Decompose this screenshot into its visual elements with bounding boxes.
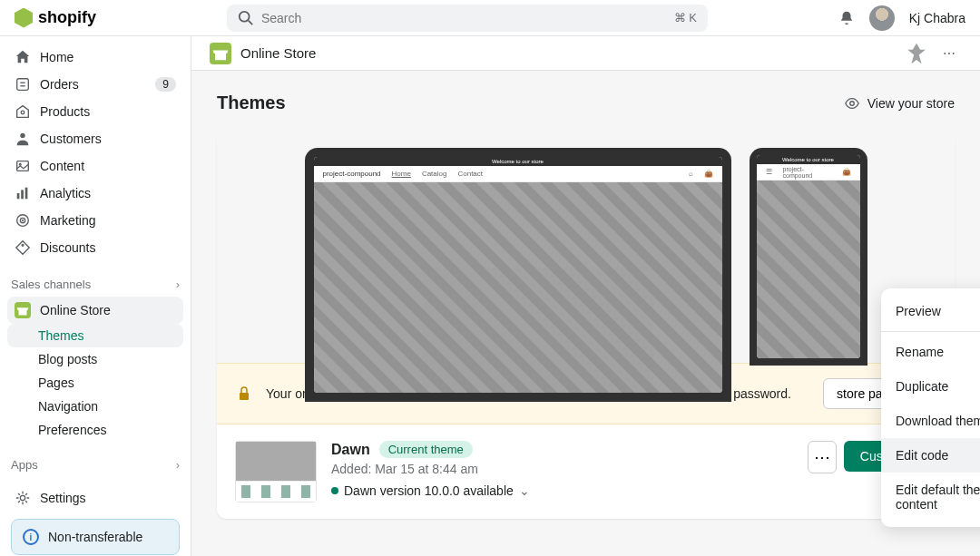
eye-icon bbox=[844, 95, 860, 112]
svg-rect-18 bbox=[240, 393, 249, 400]
preview-nav-catalog: Catalog bbox=[422, 170, 447, 178]
nav-orders[interactable]: Orders 9 bbox=[7, 71, 183, 98]
svg-rect-9 bbox=[17, 193, 20, 199]
info-icon: i bbox=[23, 529, 39, 545]
chevron-down-icon: ⌄ bbox=[519, 483, 530, 498]
theme-name: Dawn bbox=[331, 442, 370, 458]
theme-row: Dawn Current theme Added: Mar 15 at 8:44… bbox=[217, 424, 955, 519]
page-header: Online Store ⋯ bbox=[191, 36, 980, 71]
nav-settings[interactable]: Settings bbox=[7, 484, 183, 512]
content-icon bbox=[15, 158, 31, 174]
content-header: Themes View your store bbox=[217, 93, 955, 113]
preview-bag-icon: 👜 bbox=[704, 170, 713, 178]
settings-label: Settings bbox=[40, 491, 86, 505]
logo[interactable]: shopify bbox=[15, 8, 96, 28]
svg-point-5 bbox=[21, 111, 24, 114]
search-wrap: ⌘ K bbox=[96, 5, 838, 32]
shopify-icon bbox=[15, 8, 33, 28]
menu-duplicate[interactable]: Duplicate bbox=[881, 369, 980, 404]
view-store-link[interactable]: View your store bbox=[844, 95, 955, 112]
search-box[interactable]: ⌘ K bbox=[227, 5, 708, 32]
svg-point-0 bbox=[240, 11, 250, 21]
nav-analytics-label: Analytics bbox=[40, 186, 91, 200]
preview-brand-mobile: project-compound bbox=[783, 166, 831, 179]
pin-icon[interactable] bbox=[904, 41, 929, 66]
discounts-icon bbox=[15, 239, 31, 256]
menu-edit-content[interactable]: Edit default theme content bbox=[881, 473, 980, 522]
svg-rect-2 bbox=[17, 79, 29, 91]
desktop-preview: Welcome to our store project-compound Ho… bbox=[305, 148, 731, 402]
main: Online Store ⋯ Themes View your store We… bbox=[191, 36, 980, 556]
theme-added: Added: Mar 15 at 8:44 am bbox=[331, 462, 793, 476]
sub-themes[interactable]: Themes bbox=[7, 324, 183, 347]
nav-orders-label: Orders bbox=[40, 77, 79, 92]
nav-products[interactable]: Products bbox=[7, 98, 183, 125]
sub-preferences[interactable]: Preferences bbox=[7, 418, 183, 442]
nav-marketing[interactable]: Marketing bbox=[7, 207, 183, 234]
store-icon bbox=[210, 43, 231, 64]
marketing-icon bbox=[15, 212, 31, 229]
sub-pages[interactable]: Pages bbox=[7, 371, 183, 395]
theme-thumbnail bbox=[235, 441, 317, 502]
svg-point-8 bbox=[19, 163, 21, 165]
products-icon bbox=[15, 103, 31, 120]
menu-divider bbox=[881, 331, 980, 332]
preview-welcome: Welcome to our store bbox=[314, 157, 722, 166]
user-name[interactable]: Kj Chabra bbox=[909, 11, 965, 25]
analytics-icon bbox=[15, 185, 31, 201]
theme-version-row[interactable]: Dawn version 10.0.0 available ⌄ bbox=[331, 483, 793, 498]
preview-nav-contact: Contact bbox=[457, 170, 483, 178]
nav-content-label: Content bbox=[40, 159, 84, 173]
svg-point-6 bbox=[20, 133, 24, 138]
menu-download[interactable]: Download theme file bbox=[881, 404, 980, 438]
nav-online-store[interactable]: Online Store bbox=[7, 297, 183, 324]
bell-icon[interactable] bbox=[838, 10, 855, 26]
non-transferable-banner[interactable]: i Non-transferable bbox=[11, 519, 180, 555]
preview-welcome-mobile: Welcome to our store bbox=[757, 155, 860, 164]
menu-preview[interactable]: Preview bbox=[881, 294, 980, 328]
view-store-label: View your store bbox=[867, 96, 955, 111]
sales-channels-label: Sales channels bbox=[11, 278, 91, 291]
sub-navigation[interactable]: Navigation bbox=[7, 395, 183, 418]
current-theme-badge: Current theme bbox=[379, 441, 473, 458]
preview-search-icon: ⌕ bbox=[689, 170, 693, 178]
hamburger-icon: ☰ bbox=[766, 168, 772, 176]
orders-badge: 9 bbox=[155, 77, 176, 92]
sales-channels-header[interactable]: Sales channels › bbox=[0, 268, 191, 297]
preview-area: Welcome to our store project-compound Ho… bbox=[217, 132, 955, 363]
topbar-right: Kj Chabra bbox=[838, 5, 965, 31]
nav-discounts-label: Discounts bbox=[40, 240, 95, 255]
menu-rename[interactable]: Rename bbox=[881, 335, 980, 369]
store-icon bbox=[15, 302, 31, 318]
svg-rect-10 bbox=[21, 190, 24, 199]
theme-actions-menu: Preview Rename Duplicate Download theme … bbox=[881, 288, 980, 527]
topbar: shopify ⌘ K Kj Chabra bbox=[0, 0, 980, 36]
avatar[interactable] bbox=[869, 5, 895, 31]
preview-brand: project-compound bbox=[323, 170, 381, 178]
nav-content[interactable]: Content bbox=[7, 152, 183, 180]
more-icon[interactable]: ⋯ bbox=[936, 41, 962, 66]
svg-point-16 bbox=[20, 495, 24, 500]
preview-nav-home: Home bbox=[392, 170, 411, 178]
nav-home[interactable]: Home bbox=[7, 44, 183, 71]
nav-discounts[interactable]: Discounts bbox=[7, 234, 183, 261]
nav-online-store-label: Online Store bbox=[40, 303, 111, 317]
sub-blog[interactable]: Blog posts bbox=[7, 347, 183, 371]
orders-icon bbox=[15, 76, 31, 93]
nav-customers[interactable]: Customers bbox=[7, 125, 183, 152]
menu-edit-code[interactable]: Edit code bbox=[881, 438, 980, 473]
apps-header[interactable]: Apps › bbox=[0, 449, 191, 477]
theme-version: Dawn version 10.0.0 available bbox=[344, 483, 514, 498]
non-transferable-label: Non-transferable bbox=[48, 530, 142, 544]
gear-icon bbox=[15, 490, 31, 506]
sidebar: Home Orders 9 Products Customers Content bbox=[0, 36, 191, 556]
nav-products-label: Products bbox=[40, 104, 90, 119]
svg-point-15 bbox=[22, 244, 24, 246]
nav-analytics[interactable]: Analytics bbox=[7, 180, 183, 207]
apps-label: Apps bbox=[11, 458, 38, 472]
theme-more-button[interactable]: ⋯ bbox=[808, 441, 837, 473]
preview-bag-icon: 👜 bbox=[842, 168, 851, 176]
search-input[interactable] bbox=[261, 11, 667, 25]
home-icon bbox=[15, 49, 31, 65]
page-title: Themes bbox=[217, 93, 286, 113]
